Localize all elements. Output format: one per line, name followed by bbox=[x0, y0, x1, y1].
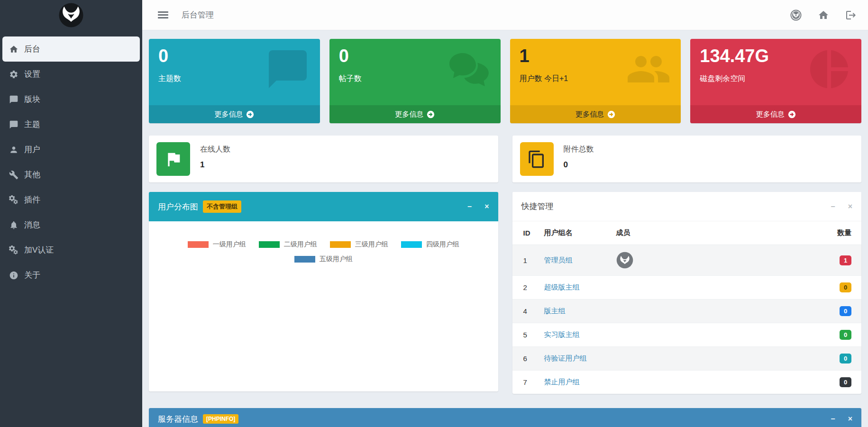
panel-header: 用户分布图 不含管理组 − × bbox=[149, 192, 498, 221]
more-info-link[interactable]: 更多信息 bbox=[149, 105, 320, 123]
info-label: 在线人数 bbox=[200, 145, 230, 154]
copy-icon bbox=[520, 142, 554, 176]
chart-legend-row: 五级用户组 bbox=[149, 255, 498, 263]
collapse-icon[interactable]: − bbox=[831, 415, 835, 423]
count-badge: 0 bbox=[840, 282, 851, 292]
user-group-table: ID 用户组名 成员 数量 1 管理员组 1 2 超级版主 bbox=[512, 221, 862, 394]
count-badge: 0 bbox=[840, 377, 851, 387]
panel-row: 用户分布图 不含管理组 − × 一级用户组 二级用户组 bbox=[149, 192, 861, 394]
close-icon[interactable]: × bbox=[484, 203, 489, 210]
group-id: 4 bbox=[512, 300, 544, 323]
sidebar-item-label: 用户 bbox=[24, 144, 40, 155]
topbar-actions bbox=[790, 9, 857, 21]
legend-item[interactable]: 四级用户组 bbox=[401, 240, 459, 249]
close-icon[interactable]: × bbox=[848, 415, 852, 423]
info-value: 0 bbox=[564, 160, 594, 170]
gear-icon bbox=[9, 70, 18, 79]
legend-label: 三级用户组 bbox=[355, 240, 388, 249]
bell-icon bbox=[9, 220, 18, 230]
flag-icon bbox=[156, 142, 190, 176]
arrow-circle-right-icon bbox=[788, 110, 796, 118]
close-icon[interactable]: × bbox=[848, 203, 852, 210]
group-id: 7 bbox=[512, 371, 544, 394]
sidebar-item-threads[interactable]: 主题 bbox=[0, 112, 142, 137]
sidebar-item-plugins[interactable]: 插件 bbox=[0, 187, 142, 212]
collapse-icon[interactable]: − bbox=[467, 203, 472, 210]
logout-icon[interactable] bbox=[845, 9, 857, 21]
legend-item[interactable]: 一级用户组 bbox=[188, 240, 246, 249]
legend-item[interactable]: 三级用户组 bbox=[330, 240, 388, 249]
sidebar-toggle-icon[interactable] bbox=[158, 10, 168, 20]
quick-management-panel: 快捷管理 − × ID 用户组名 成员 数量 1 bbox=[512, 192, 862, 394]
legend-item[interactable]: 五级用户组 bbox=[294, 255, 353, 263]
sidebar-item-label: 加V认证 bbox=[24, 245, 54, 255]
phpinfo-badge[interactable]: [PHPINFO] bbox=[203, 414, 238, 424]
main-content: 0 主题数 更多信息 0 帖子数 更多信息 1 用户数 今日+1 bbox=[142, 30, 868, 427]
panel-header: 服务器信息 [PHPINFO] − × bbox=[149, 408, 861, 427]
wrench-icon bbox=[9, 170, 18, 180]
cogs-icon bbox=[9, 195, 18, 205]
site-logo-icon[interactable] bbox=[790, 9, 802, 21]
group-id: 2 bbox=[512, 276, 544, 300]
group-id: 6 bbox=[512, 347, 544, 371]
collapse-icon[interactable]: − bbox=[831, 203, 835, 210]
arrow-circle-right-icon bbox=[246, 110, 254, 118]
user-distribution-chart: 一级用户组 二级用户组 三级用户组 四级用户组 bbox=[149, 221, 498, 391]
column-header-count: 数量 bbox=[806, 221, 861, 245]
table-row: 7 禁止用户组 0 bbox=[512, 371, 862, 394]
sidebar-item-settings[interactable]: 设置 bbox=[0, 62, 142, 87]
group-link[interactable]: 版主组 bbox=[544, 307, 566, 315]
column-header-members: 成员 bbox=[616, 221, 806, 245]
table-row: 6 待验证用户组 0 bbox=[512, 347, 862, 371]
group-id: 1 bbox=[512, 245, 544, 276]
legend-label: 二级用户组 bbox=[284, 240, 317, 249]
topbar: 后台管理 bbox=[142, 0, 868, 30]
sidebar-item-users[interactable]: 用户 bbox=[0, 137, 142, 162]
comment-icon bbox=[9, 95, 18, 104]
count-badge: 0 bbox=[840, 330, 851, 340]
legend-label: 四级用户组 bbox=[426, 240, 459, 249]
column-header-id: ID bbox=[512, 221, 544, 245]
sidebar-item-label: 插件 bbox=[24, 194, 40, 205]
info-value: 1 bbox=[200, 160, 230, 170]
home-icon[interactable] bbox=[818, 9, 829, 21]
legend-swatch bbox=[294, 256, 315, 263]
sidebar-item-label: 主题 bbox=[24, 119, 40, 130]
sidebar-item-messages[interactable]: 消息 bbox=[0, 212, 142, 237]
group-link[interactable]: 待验证用户组 bbox=[544, 354, 587, 362]
more-info-link[interactable]: 更多信息 bbox=[510, 105, 681, 123]
legend-item[interactable]: 二级用户组 bbox=[259, 240, 317, 249]
sidebar-item-other[interactable]: 其他 bbox=[0, 162, 142, 187]
more-info-link[interactable]: 更多信息 bbox=[690, 105, 861, 123]
group-link[interactable]: 实习版主组 bbox=[544, 330, 580, 338]
table-row: 1 管理员组 1 bbox=[512, 245, 862, 276]
page-title: 后台管理 bbox=[182, 9, 214, 20]
sidebar-item-forums[interactable]: 版块 bbox=[0, 87, 142, 112]
server-info-panel: 服务器信息 [PHPINFO] − × bbox=[149, 408, 861, 427]
arrow-circle-right-icon bbox=[427, 110, 435, 118]
legend-label: 一级用户组 bbox=[213, 240, 246, 249]
table-row: 4 版主组 0 bbox=[512, 300, 862, 323]
sidebar-item-label: 设置 bbox=[24, 69, 40, 80]
more-info-link[interactable]: 更多信息 bbox=[329, 105, 501, 123]
app-logo[interactable] bbox=[0, 0, 142, 30]
legend-swatch bbox=[259, 241, 280, 248]
panel-header: 快捷管理 − × bbox=[512, 192, 862, 221]
group-id: 5 bbox=[512, 323, 544, 347]
users-icon bbox=[626, 46, 671, 92]
home-icon bbox=[9, 45, 18, 54]
sidebar-item-label: 其他 bbox=[24, 169, 40, 180]
sidebar-item-dashboard[interactable]: 后台 bbox=[2, 36, 140, 62]
sidebar-item-about[interactable]: 关于 bbox=[0, 263, 142, 288]
group-link[interactable]: 超级版主组 bbox=[544, 283, 580, 291]
table-header-row: ID 用户组名 成员 数量 bbox=[512, 221, 862, 245]
user-distribution-panel: 用户分布图 不含管理组 − × 一级用户组 二级用户组 bbox=[149, 192, 498, 391]
count-badge: 0 bbox=[840, 306, 851, 316]
table-row: 5 实习版主组 0 bbox=[512, 323, 862, 347]
sidebar-item-verify[interactable]: 加V认证 bbox=[0, 237, 142, 263]
stat-box-users: 1 用户数 今日+1 更多信息 bbox=[510, 39, 681, 123]
group-link[interactable]: 管理员组 bbox=[544, 256, 573, 264]
avatar[interactable] bbox=[616, 252, 633, 269]
info-label: 附件总数 bbox=[564, 145, 594, 154]
group-link[interactable]: 禁止用户组 bbox=[544, 378, 580, 386]
